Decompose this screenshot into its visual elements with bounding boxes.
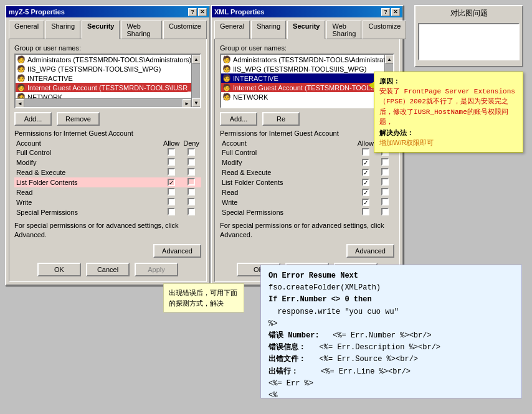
tab-security-1[interactable]: Security [82,21,120,39]
tab-sharing-2[interactable]: Sharing [251,21,286,39]
dialog1-bottom-buttons: OK Cancel Apply [14,263,201,276]
perm-allow-check[interactable] [161,187,181,197]
perm-deny-check[interactable] [376,187,394,197]
scroll-h-track[interactable] [24,99,183,107]
code-line: 错误信息： <%= Err.Description %><br/> [268,342,514,354]
list-item[interactable]: 🧑 IIS_WPG (TESTSMRDN-TOOLS\IIS_WPG) [221,64,393,73]
dialog2-close-btn[interactable]: ✕ [391,8,400,16]
perm-deny-check[interactable] [181,148,201,158]
checkbox[interactable] [168,148,175,156]
perm-deny-check[interactable] [376,167,394,177]
checkbox[interactable] [168,198,175,205]
checkbox[interactable] [381,198,389,205]
perm-deny-check[interactable] [181,207,201,217]
scroll-left-btn[interactable]: ◄ [16,99,24,108]
tab-websharing-2[interactable]: Web Sharing [326,21,361,39]
perm-allow-check[interactable] [161,197,181,207]
perm-allow-check[interactable] [356,148,376,158]
perm-allow-check[interactable] [356,158,376,167]
dialog2-help-btn[interactable]: ? [381,8,390,16]
list-item[interactable]: 🧑 Administrators (TESTSMRDN-TOOLS\Admini… [16,55,200,64]
perm-allow-check[interactable] [356,207,376,217]
checkbox[interactable] [362,179,369,186]
dialog2-users-listbox[interactable]: 🧑 Administrators (TESTSMRDN-TOOLS\Admini… [220,54,394,108]
checkbox[interactable] [381,178,389,186]
perm-deny-check[interactable] [376,177,394,187]
list-item[interactable]: 🧑 INTERACTIVE [16,73,200,83]
checkbox[interactable] [362,148,369,156]
perm-allow-check[interactable] [161,148,181,158]
perm-allow-check[interactable] [356,197,376,207]
dialog1-advanced-btn[interactable]: Advanced [153,244,201,258]
perm-deny-check[interactable] [181,187,201,197]
tab-general-2[interactable]: General [214,21,250,39]
perm-deny-check[interactable] [376,197,394,207]
tab-websharing-1[interactable]: Web Sharing [121,21,162,39]
tab-security-2[interactable]: Security [287,21,325,39]
checkbox[interactable] [188,148,195,156]
checkbox[interactable] [362,159,369,166]
tab-general-1[interactable]: General [9,21,44,39]
scroll-track[interactable] [192,64,200,98]
list-item-selected-blue[interactable]: 🧑 INTERACTIVE [221,73,393,83]
dialog2-remove-btn[interactable]: Re [262,112,300,126]
dialog1-scrollbar-h[interactable]: ◄ ► [16,98,191,107]
checkbox[interactable] [188,158,195,166]
dialog1-cancel-btn[interactable]: Cancel [86,263,130,276]
perm-deny-check[interactable] [376,207,394,217]
checkbox[interactable] [168,179,175,186]
dialog2-advanced-btn[interactable]: Advanced [346,244,394,258]
checkbox[interactable] [381,168,389,176]
perm-allow-check[interactable] [356,167,376,177]
checkbox[interactable] [168,188,175,195]
checkbox[interactable] [188,178,195,186]
perm-allow-check[interactable] [161,207,181,217]
perm-deny-check[interactable] [181,177,201,187]
checkbox[interactable] [188,208,195,215]
perm-allow-check[interactable] [356,177,376,187]
list-item[interactable]: 🧑 IIS_WPG (TESTSMRDN-TOOLS\IIS_WPG) [16,64,200,73]
tab-sharing-1[interactable]: Sharing [45,21,80,39]
checkbox[interactable] [381,158,389,166]
checkbox[interactable] [188,168,195,176]
perm-deny-check[interactable] [376,158,394,167]
checkbox[interactable] [362,199,369,206]
scroll-up-btn[interactable]: ▲ [192,55,201,64]
checkbox[interactable] [168,158,175,166]
list-item-selected-red[interactable]: 🧑 Internet Guest Account (TESTSMRDN-TOOL… [221,83,393,92]
checkbox[interactable] [362,189,369,196]
perm-allow-check[interactable] [161,167,181,177]
perm-deny-check[interactable] [181,158,201,167]
checkbox[interactable] [168,208,175,215]
perm-deny-check[interactable] [181,167,201,177]
checkbox[interactable] [168,168,175,176]
dialog1-users-listbox[interactable]: 🧑 Administrators (TESTSMRDN-TOOLS\Admini… [14,54,201,108]
dialog2-advanced-row: Advanced [220,244,394,258]
list-item[interactable]: 🧑 Administrators (TESTSMRDN-TOOLS\Admini… [221,55,393,64]
dialog1-ok-btn[interactable]: OK [37,263,81,276]
scroll-up-btn[interactable]: ▲ [385,55,394,64]
checkbox[interactable] [362,208,369,215]
dialog1-scrollbar-v[interactable]: ▲ ▼ [191,55,200,107]
list-item-selected[interactable]: 🧑 Internet Guest Account (TESTSMRDN-TOOL… [16,83,200,92]
dialog1-remove-btn[interactable]: Remove [57,112,100,126]
scroll-right-btn[interactable]: ► [183,99,191,108]
perm-allow-check[interactable] [161,158,181,167]
checkbox[interactable] [381,188,389,195]
checkbox[interactable] [381,208,389,215]
perm-allow-check[interactable] [161,177,181,187]
dialog1-apply-btn[interactable]: Apply [135,263,178,276]
perm-allow-check[interactable] [356,187,376,197]
checkbox[interactable] [188,198,195,205]
dialog1-add-btn[interactable]: Add... [14,112,52,126]
dialog1-close-btn[interactable]: ✕ [198,8,207,16]
tab-customize-1[interactable]: Customize [163,21,207,39]
checkbox[interactable] [362,169,369,176]
perm-deny-check[interactable] [181,197,201,207]
dialog2-add-btn[interactable]: Add... [220,112,257,126]
scroll-down-btn[interactable]: ▼ [192,98,201,107]
dialog1-help-btn[interactable]: ? [188,8,197,16]
checkbox[interactable] [188,188,195,195]
list-item[interactable]: 🧑 NETWORK [221,92,393,101]
tab-customize-2[interactable]: Customize [363,21,406,39]
